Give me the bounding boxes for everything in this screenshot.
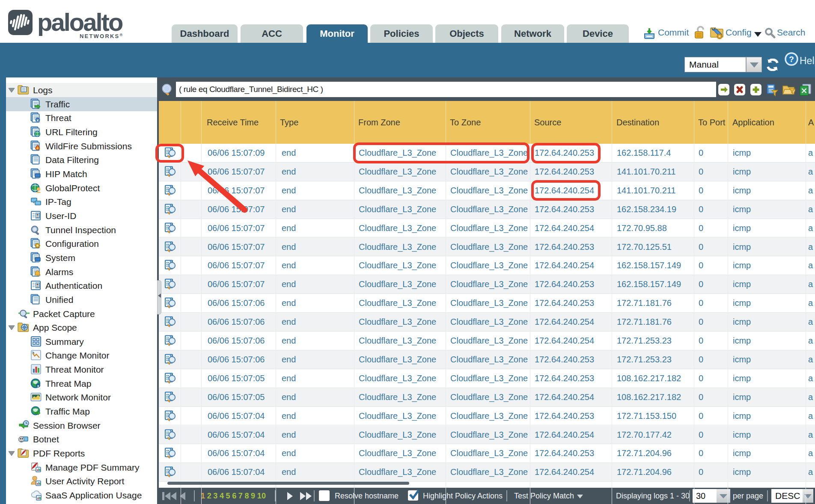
svg-text:?: ? [789,55,794,64]
svg-text:x: x [36,118,39,122]
svg-text:x: x [37,383,39,388]
